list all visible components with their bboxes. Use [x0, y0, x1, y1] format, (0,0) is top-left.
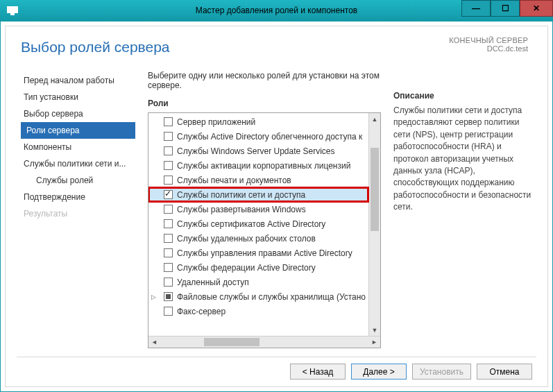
role-label: Файловые службы и службы хранилища (Уста… [177, 292, 366, 302]
scroll-thumb-horizontal[interactable] [204, 338, 260, 346]
roles-list-viewport: Сервер приложенийСлужбы Active Directory… [148, 113, 380, 336]
role-row[interactable]: Службы политики сети и доступа [148, 187, 368, 202]
role-label: Службы Windows Server Update Services [177, 146, 335, 156]
role-checkbox[interactable] [164, 248, 173, 257]
svg-rect-1 [10, 13, 15, 15]
role-checkbox[interactable] [164, 263, 173, 272]
role-row[interactable]: Службы Windows Server Update Services [148, 144, 368, 158]
role-row[interactable]: Службы активации корпоративных лицензий [148, 158, 368, 173]
nav-item[interactable]: Тип установки [21, 89, 135, 105]
window-title: Мастер добавления ролей и компонентов [196, 6, 357, 15]
main-panel: Выберите одну или несколько ролей для ус… [148, 71, 532, 348]
role-checkbox[interactable] [164, 161, 173, 170]
role-row[interactable]: Службы развертывания Windows [148, 202, 368, 216]
back-button[interactable]: < Назад [290, 364, 346, 380]
role-row[interactable]: Сервер приложений [148, 114, 368, 129]
next-button[interactable]: Далее > [351, 364, 407, 380]
role-label: Службы активации корпоративных лицензий [177, 161, 350, 171]
content-area: Перед началом работыТип установкиВыбор с… [21, 71, 532, 348]
role-row[interactable]: Факс-сервер [148, 304, 368, 318]
role-row[interactable]: Службы сертификатов Active Directory [148, 216, 368, 231]
titlebar: Мастер добавления ролей и компонентов — … [0, 0, 553, 21]
destination-value: DCC.dc.test [449, 44, 528, 53]
description-text: Службы политики сети и доступа предостав… [393, 105, 532, 214]
role-checkbox[interactable] [164, 190, 173, 199]
nav-item[interactable]: Службы ролей [21, 172, 135, 189]
wizard-nav: Перед началом работыТип установкиВыбор с… [21, 71, 135, 348]
destination-server-box: КОНЕЧНЫЙ СЕРВЕР DCC.dc.test [449, 36, 528, 53]
role-checkbox[interactable] [164, 234, 173, 243]
role-label: Службы удаленных рабочих столов [177, 234, 316, 244]
role-checkbox[interactable] [164, 205, 173, 214]
role-label: Сервер приложений [177, 117, 255, 127]
role-label: Удаленный доступ [177, 278, 249, 287]
role-label: Факс-сервер [177, 307, 226, 316]
maximize-button[interactable]: ☐ [491, 0, 520, 17]
role-label: Службы сертификатов Active Directory [177, 219, 325, 229]
role-label: Службы развертывания Windows [177, 205, 306, 214]
role-checkbox[interactable] [164, 219, 173, 228]
window-frame: Выбор ролей сервера КОНЕЧНЫЙ СЕРВЕР DCC.… [0, 21, 553, 392]
roles-listbox: Сервер приложенийСлужбы Active Directory… [148, 112, 381, 348]
nav-item[interactable]: Компоненты [21, 139, 135, 155]
expand-icon[interactable]: ▷ [151, 293, 156, 300]
nav-item: Результаты [21, 205, 135, 222]
close-button[interactable]: ✕ [520, 0, 553, 17]
role-row[interactable]: Службы удаленных рабочих столов [148, 231, 368, 246]
role-checkbox[interactable] [164, 176, 173, 185]
vertical-scrollbar[interactable]: ▲ ▼ [368, 113, 380, 336]
description-column: Описание Службы политики сети и доступа … [393, 71, 532, 348]
svg-rect-0 [7, 6, 18, 13]
description-label: Описание [393, 91, 532, 101]
scroll-right-arrow[interactable]: ► [368, 339, 380, 346]
role-label: Службы политики сети и доступа [177, 190, 305, 200]
wizard-body: Выбор ролей сервера КОНЕЧНЫЙ СЕРВЕР DCC.… [5, 26, 548, 387]
button-bar: < Назад Далее > Установить Отмена [290, 364, 532, 380]
role-checkbox[interactable] [164, 132, 173, 141]
role-checkbox[interactable] [164, 292, 173, 301]
role-label: Службы печати и документов [177, 176, 291, 185]
roles-label: Роли [148, 99, 381, 108]
roles-list-inner: Сервер приложенийСлужбы Active Directory… [148, 113, 368, 336]
scroll-left-arrow[interactable]: ◄ [148, 339, 160, 346]
role-checkbox[interactable] [164, 278, 173, 287]
role-row[interactable]: ▷Файловые службы и службы хранилища (Уст… [148, 289, 368, 304]
scroll-up-arrow[interactable]: ▲ [369, 113, 380, 125]
install-button: Установить [412, 364, 471, 380]
scroll-thumb-vertical[interactable] [371, 148, 379, 231]
separator [17, 357, 536, 357]
scroll-down-arrow[interactable]: ▼ [369, 324, 380, 336]
prompt-text: Выберите одну или несколько ролей для ус… [148, 71, 381, 90]
nav-item[interactable]: Роли сервера [21, 122, 135, 139]
role-row[interactable]: Службы федерации Active Directory [148, 260, 368, 275]
nav-item[interactable]: Выбор сервера [21, 105, 135, 122]
minimize-button[interactable]: — [461, 0, 491, 17]
role-checkbox[interactable] [164, 117, 173, 126]
role-label: Службы Active Directory облегченного дос… [177, 132, 362, 142]
nav-item[interactable]: Подтверждение [21, 189, 135, 205]
role-row[interactable]: Удаленный доступ [148, 275, 368, 289]
role-label: Службы управления правами Active Directo… [177, 248, 352, 258]
role-label: Службы федерации Active Directory [177, 263, 316, 273]
nav-item[interactable]: Перед началом работы [21, 72, 135, 89]
role-checkbox[interactable] [164, 307, 173, 316]
role-row[interactable]: Службы Active Directory облегченного дос… [148, 129, 368, 144]
role-checkbox[interactable] [164, 146, 173, 155]
role-row[interactable]: Службы печати и документов [148, 173, 368, 187]
nav-item[interactable]: Службы политики сети и... [21, 155, 135, 172]
cancel-button[interactable]: Отмена [477, 364, 532, 380]
roles-column: Выберите одну или несколько ролей для ус… [148, 71, 381, 348]
app-icon [4, 2, 21, 19]
window-controls: — ☐ ✕ [461, 0, 553, 21]
horizontal-scrollbar[interactable]: ◄ ► [148, 336, 380, 348]
destination-label: КОНЕЧНЫЙ СЕРВЕР [449, 36, 528, 44]
role-row[interactable]: Службы управления правами Active Directo… [148, 246, 368, 260]
